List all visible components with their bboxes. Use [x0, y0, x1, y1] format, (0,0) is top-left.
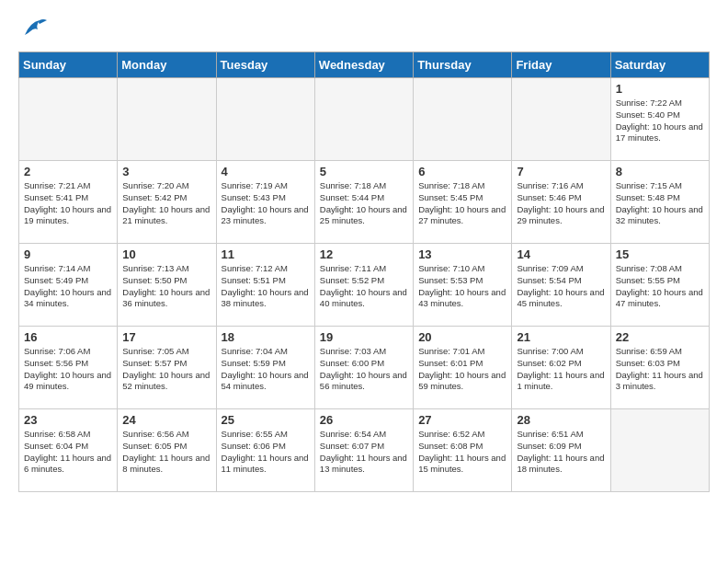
calendar-cell: 20Sunrise: 7:01 AM Sunset: 6:01 PM Dayli…	[414, 327, 512, 409]
day-info: Sunrise: 7:11 AM Sunset: 5:52 PM Dayligh…	[320, 263, 408, 310]
calendar-cell: 26Sunrise: 6:54 AM Sunset: 6:07 PM Dayli…	[314, 409, 413, 492]
calendar-cell: 6Sunrise: 7:18 AM Sunset: 5:45 PM Daylig…	[414, 161, 512, 244]
day-number: 3	[122, 165, 210, 178]
day-number: 25	[222, 413, 310, 427]
calendar-cell: 19Sunrise: 7:03 AM Sunset: 6:00 PM Dayli…	[314, 327, 413, 409]
calendar-week-row: 9Sunrise: 7:14 AM Sunset: 5:49 PM Daylig…	[19, 244, 710, 327]
day-info: Sunrise: 6:58 AM Sunset: 6:04 PM Dayligh…	[24, 429, 112, 476]
day-number: 24	[122, 413, 210, 427]
calendar-cell: 25Sunrise: 6:55 AM Sunset: 6:06 PM Dayli…	[216, 409, 314, 492]
day-info: Sunrise: 7:20 AM Sunset: 5:42 PM Dayligh…	[122, 180, 210, 227]
day-number: 2	[24, 165, 112, 178]
calendar-cell: 27Sunrise: 6:52 AM Sunset: 6:08 PM Dayli…	[414, 409, 512, 492]
calendar-week-row: 2Sunrise: 7:21 AM Sunset: 5:41 PM Daylig…	[19, 161, 710, 244]
calendar-cell: 8Sunrise: 7:15 AM Sunset: 5:48 PM Daylig…	[610, 161, 709, 244]
calendar-week-row: 16Sunrise: 7:06 AM Sunset: 5:56 PM Dayli…	[19, 327, 710, 409]
day-number: 16	[24, 330, 112, 344]
day-info: Sunrise: 7:09 AM Sunset: 5:54 PM Dayligh…	[517, 263, 605, 310]
header-row: SundayMondayTuesdayWednesdayThursdayFrid…	[19, 52, 710, 78]
day-info: Sunrise: 7:22 AM Sunset: 5:40 PM Dayligh…	[616, 98, 704, 144]
day-number: 14	[517, 247, 605, 261]
calendar-cell: 5Sunrise: 7:18 AM Sunset: 5:44 PM Daylig…	[314, 161, 413, 244]
calendar-cell: 4Sunrise: 7:19 AM Sunset: 5:43 PM Daylig…	[216, 161, 314, 244]
day-info: Sunrise: 6:59 AM Sunset: 6:03 PM Dayligh…	[616, 346, 704, 393]
day-info: Sunrise: 7:21 AM Sunset: 5:41 PM Dayligh…	[24, 180, 112, 227]
calendar-cell: 10Sunrise: 7:13 AM Sunset: 5:50 PM Dayli…	[118, 244, 216, 327]
day-number: 12	[320, 247, 408, 261]
day-number: 8	[616, 165, 704, 178]
day-number: 21	[517, 330, 605, 344]
calendar-cell	[512, 78, 610, 161]
calendar-cell	[414, 78, 512, 161]
day-number: 10	[122, 247, 210, 261]
day-info: Sunrise: 6:54 AM Sunset: 6:07 PM Dayligh…	[320, 429, 408, 476]
day-number: 28	[517, 413, 605, 427]
day-info: Sunrise: 7:04 AM Sunset: 5:59 PM Dayligh…	[222, 346, 310, 393]
day-info: Sunrise: 7:12 AM Sunset: 5:51 PM Dayligh…	[222, 263, 310, 310]
day-info: Sunrise: 7:05 AM Sunset: 5:57 PM Dayligh…	[122, 346, 210, 393]
day-info: Sunrise: 6:56 AM Sunset: 6:05 PM Dayligh…	[122, 429, 210, 476]
day-number: 5	[320, 165, 408, 178]
weekday-header: Tuesday	[216, 52, 314, 78]
day-number: 9	[24, 247, 112, 261]
weekday-header: Friday	[512, 52, 610, 78]
day-info: Sunrise: 7:08 AM Sunset: 5:55 PM Dayligh…	[616, 263, 704, 310]
day-number: 1	[616, 82, 704, 96]
weekday-header: Saturday	[610, 52, 709, 78]
calendar-cell: 2Sunrise: 7:21 AM Sunset: 5:41 PM Daylig…	[19, 161, 118, 244]
calendar-cell: 11Sunrise: 7:12 AM Sunset: 5:51 PM Dayli…	[216, 244, 314, 327]
calendar-cell	[314, 78, 413, 161]
day-number: 7	[517, 165, 605, 178]
day-number: 23	[24, 413, 112, 427]
calendar-cell: 15Sunrise: 7:08 AM Sunset: 5:55 PM Dayli…	[610, 244, 709, 327]
day-info: Sunrise: 7:01 AM Sunset: 6:01 PM Dayligh…	[418, 346, 506, 393]
day-number: 19	[320, 330, 408, 344]
calendar-cell: 23Sunrise: 6:58 AM Sunset: 6:04 PM Dayli…	[19, 409, 118, 492]
page-header	[18, 18, 710, 42]
calendar-header: SundayMondayTuesdayWednesdayThursdayFrid…	[19, 52, 710, 78]
calendar-cell: 1Sunrise: 7:22 AM Sunset: 5:40 PM Daylig…	[610, 78, 709, 161]
calendar-cell: 22Sunrise: 6:59 AM Sunset: 6:03 PM Dayli…	[610, 327, 709, 409]
logo	[18, 18, 47, 42]
calendar-cell: 16Sunrise: 7:06 AM Sunset: 5:56 PM Dayli…	[19, 327, 118, 409]
calendar-cell: 3Sunrise: 7:20 AM Sunset: 5:42 PM Daylig…	[118, 161, 216, 244]
day-info: Sunrise: 6:52 AM Sunset: 6:08 PM Dayligh…	[418, 429, 506, 476]
day-info: Sunrise: 7:18 AM Sunset: 5:45 PM Dayligh…	[418, 180, 506, 227]
day-info: Sunrise: 7:10 AM Sunset: 5:53 PM Dayligh…	[418, 263, 506, 310]
day-info: Sunrise: 6:51 AM Sunset: 6:09 PM Dayligh…	[517, 429, 605, 476]
day-info: Sunrise: 7:03 AM Sunset: 6:00 PM Dayligh…	[320, 346, 408, 393]
calendar-cell: 13Sunrise: 7:10 AM Sunset: 5:53 PM Dayli…	[414, 244, 512, 327]
calendar-cell: 18Sunrise: 7:04 AM Sunset: 5:59 PM Dayli…	[216, 327, 314, 409]
day-info: Sunrise: 7:00 AM Sunset: 6:02 PM Dayligh…	[517, 346, 605, 393]
calendar-cell: 12Sunrise: 7:11 AM Sunset: 5:52 PM Dayli…	[314, 244, 413, 327]
weekday-header: Wednesday	[314, 52, 413, 78]
day-info: Sunrise: 7:18 AM Sunset: 5:44 PM Dayligh…	[320, 180, 408, 227]
calendar-week-row: 1Sunrise: 7:22 AM Sunset: 5:40 PM Daylig…	[19, 78, 710, 161]
calendar-cell: 7Sunrise: 7:16 AM Sunset: 5:46 PM Daylig…	[512, 161, 610, 244]
calendar-cell: 21Sunrise: 7:00 AM Sunset: 6:02 PM Dayli…	[512, 327, 610, 409]
calendar-cell	[19, 78, 118, 161]
calendar-cell	[216, 78, 314, 161]
calendar-cell	[118, 78, 216, 161]
calendar-cell: 28Sunrise: 6:51 AM Sunset: 6:09 PM Dayli…	[512, 409, 610, 492]
day-number: 20	[418, 330, 506, 344]
day-info: Sunrise: 7:13 AM Sunset: 5:50 PM Dayligh…	[122, 263, 210, 310]
day-number: 17	[122, 330, 210, 344]
logo-bird-icon	[21, 18, 47, 39]
calendar-cell	[610, 409, 709, 492]
day-number: 18	[222, 330, 310, 344]
day-number: 15	[616, 247, 704, 261]
day-info: Sunrise: 7:15 AM Sunset: 5:48 PM Dayligh…	[616, 180, 704, 227]
calendar-cell: 14Sunrise: 7:09 AM Sunset: 5:54 PM Dayli…	[512, 244, 610, 327]
calendar-cell: 24Sunrise: 6:56 AM Sunset: 6:05 PM Dayli…	[118, 409, 216, 492]
day-number: 22	[616, 330, 704, 344]
day-number: 6	[418, 165, 506, 178]
day-info: Sunrise: 6:55 AM Sunset: 6:06 PM Dayligh…	[222, 429, 310, 476]
day-info: Sunrise: 7:06 AM Sunset: 5:56 PM Dayligh…	[24, 346, 112, 393]
weekday-header: Monday	[118, 52, 216, 78]
day-number: 4	[222, 165, 310, 178]
day-number: 13	[418, 247, 506, 261]
day-number: 11	[222, 247, 310, 261]
calendar-week-row: 23Sunrise: 6:58 AM Sunset: 6:04 PM Dayli…	[19, 409, 710, 492]
day-info: Sunrise: 7:16 AM Sunset: 5:46 PM Dayligh…	[517, 180, 605, 227]
